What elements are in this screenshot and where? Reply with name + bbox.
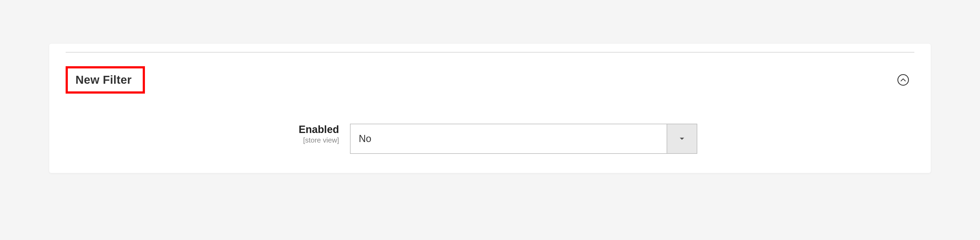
- collapse-button[interactable]: [897, 74, 909, 86]
- section-header[interactable]: New Filter: [65, 66, 915, 94]
- section-title-highlight: New Filter: [65, 66, 145, 94]
- enabled-scope-hint: [store view]: [202, 136, 339, 144]
- panel-divider: [65, 52, 915, 53]
- caret-down-icon: [679, 136, 685, 141]
- enabled-select[interactable]: No: [350, 124, 697, 154]
- enabled-label-block: Enabled [store view]: [202, 124, 339, 144]
- enabled-select-trigger[interactable]: [667, 124, 697, 154]
- enabled-label: Enabled: [299, 124, 339, 135]
- enabled-field-row: Enabled [store view] No: [65, 124, 915, 154]
- enabled-select-value[interactable]: No: [350, 124, 667, 154]
- config-panel: New Filter Enabled [store view] No: [49, 44, 931, 173]
- section-title: New Filter: [75, 74, 132, 86]
- page-container: New Filter Enabled [store view] No: [0, 0, 980, 200]
- chevron-up-icon: [900, 78, 906, 82]
